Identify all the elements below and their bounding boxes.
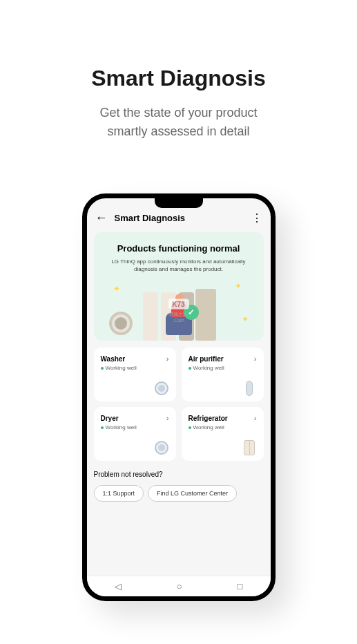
hero-status-card: Products functioning normal LG ThinQ app…	[94, 232, 264, 341]
status-dot-icon	[189, 367, 191, 370]
product-status: Working well	[193, 424, 224, 430]
app-bar-title: Smart Diagnosis	[115, 213, 244, 223]
air-purifier-icon	[242, 381, 257, 396]
product-card-washer[interactable]: Washer › Working well	[94, 348, 176, 401]
more-icon[interactable]: ⋮	[251, 211, 262, 225]
hero-title: Products functioning normal	[104, 243, 254, 254]
hero-description: LG ThinQ app continuously monitors and a…	[104, 258, 254, 273]
checkmark-badge-icon: ✓	[184, 305, 199, 320]
product-status: Working well	[106, 365, 137, 371]
phone-notch	[155, 198, 203, 208]
product-name: Dryer	[101, 415, 119, 422]
person-illustration-icon: ✓	[166, 313, 192, 335]
product-name: Refrigerator	[189, 415, 228, 422]
phone-mockup: ← Smart Diagnosis ⋮ Products functioning…	[82, 193, 276, 601]
chevron-right-icon: ›	[254, 354, 257, 363]
back-arrow-icon[interactable]: ←	[95, 211, 108, 225]
product-name: Air purifier	[189, 355, 224, 363]
fridge-illustration-icon	[195, 289, 216, 341]
android-nav-bar: ◁ ○ □	[87, 576, 271, 596]
products-grid: Washer › Working well Air purifier › Wor…	[94, 348, 264, 461]
washer-icon	[154, 381, 169, 396]
footer-section: Problem not resolved? 1:1 Support Find L…	[87, 461, 271, 511]
dryer-icon	[154, 440, 169, 455]
chevron-right-icon: ›	[166, 354, 169, 363]
product-card-dryer[interactable]: Dryer › Working well	[94, 407, 176, 461]
chevron-right-icon: ›	[254, 414, 257, 422]
status-dot-icon	[101, 367, 104, 370]
support-button[interactable]: 1:1 Support	[94, 485, 144, 502]
product-name: Washer	[101, 355, 126, 363]
status-dot-icon	[189, 426, 191, 429]
appliance-illustration-icon	[143, 292, 158, 341]
refrigerator-icon	[242, 440, 257, 455]
footer-question: Problem not resolved?	[94, 471, 264, 478]
find-customer-center-button[interactable]: Find LG Customer Center	[148, 485, 237, 502]
nav-back-icon[interactable]: ◁	[115, 581, 122, 591]
washer-illustration-icon	[109, 312, 133, 335]
page-title: Smart Diagnosis	[0, 66, 357, 91]
product-card-refrigerator[interactable]: Refrigerator › Working well	[182, 407, 264, 461]
status-dot-icon	[101, 426, 104, 429]
product-status: Working well	[193, 365, 224, 371]
product-card-air-purifier[interactable]: Air purifier › Working well	[182, 348, 264, 401]
page-subtitle: Get the state of your product smartly as…	[0, 104, 357, 141]
chevron-right-icon: ›	[166, 414, 169, 422]
hero-illustration: ✦ ✦ ✦ ✓ K73 游戏之家.Com	[104, 278, 254, 341]
product-status: Working well	[106, 424, 137, 430]
nav-recent-icon[interactable]: □	[238, 581, 243, 591]
nav-home-icon[interactable]: ○	[177, 581, 182, 591]
